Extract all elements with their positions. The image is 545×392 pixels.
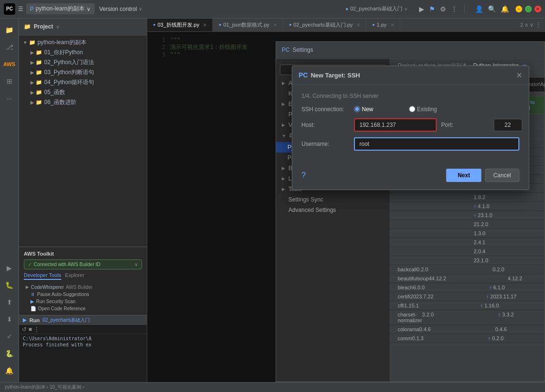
pkg-latest-10: 23.1.0 <box>474 258 545 263</box>
nav-expand-languages-icon: ▶ <box>282 176 285 181</box>
pkg-row-comm[interactable]: comm 0.1.3 ↑ 0.2.0 <box>390 334 545 343</box>
sidebar-icon-notifications[interactable]: 🔔 <box>2 363 17 378</box>
ssh-host-input[interactable] <box>390 118 437 132</box>
aws-item-codewhisperer[interactable]: ▶ CodeWhisperer AWS Builder <box>24 284 142 291</box>
console-toolbar: ↺ ■ ⋮ <box>19 325 147 334</box>
ssh-radio-existing[interactable]: Existing <box>409 106 457 113</box>
sidebar-icon-python[interactable]: 🐍 <box>2 346 17 361</box>
version-control[interactable]: Version control ∨ <box>99 6 142 12</box>
editor-tab-01[interactable]: ● 01_json数据格式.py ✕ <box>213 19 283 31</box>
pkg-row-backcall[interactable]: backcall 0.2.0 0.2.0 <box>390 265 545 274</box>
pkg-row-certifi[interactable]: certifi 2023.7.22 ↑ 2023.11.17 <box>390 292 545 301</box>
aws-item-pause[interactable]: ⏸ Pause Auto-Suggestions <box>24 291 142 298</box>
pkg-row-5[interactable]: ↑ 23.1.0 <box>390 211 545 220</box>
aws-tab-developer[interactable]: Developer Tools <box>24 272 61 280</box>
sidebar-icon-structure[interactable]: ⊞ <box>2 74 17 89</box>
sidebar-icon-more[interactable]: ··· <box>2 91 17 106</box>
ssh-port-label: Port: <box>441 122 489 128</box>
sidebar-icon-debug[interactable]: 🐛 <box>2 277 17 293</box>
minimize-button[interactable]: − <box>516 6 522 12</box>
project-panel-chevron-icon: ∨ <box>56 24 59 29</box>
sidebar-icon-run[interactable]: ▶ <box>2 260 17 276</box>
tab-01-close-icon[interactable]: ✕ <box>273 22 277 28</box>
editor-tab-03[interactable]: ● 03_折线图开发.py ✕ <box>147 19 213 31</box>
editor-tabs-bar: ● 02_pyecharts基础入门 ∨ <box>341 3 412 14</box>
ssh-radio-new[interactable]: New <box>390 106 402 113</box>
aws-item-reference[interactable]: 📄 Open Code Reference <box>24 305 142 312</box>
editor-tab-02b[interactable]: ● 02_pyecharts基础入门.py ✕ <box>283 19 366 31</box>
sidebar-icon-project[interactable]: 📁 <box>2 22 17 38</box>
tree-folder-05-icon: 📁 <box>36 89 42 96</box>
tree-item-03[interactable]: ▶ 📁 03_Python判断语句 <box>19 67 147 77</box>
settings-icon[interactable]: ⚙ <box>440 5 446 13</box>
aws-connected-badge[interactable]: ✓ Connected with AWS Builder ID ∨ <box>24 259 142 269</box>
pkg-row-bleach[interactable]: bleach 6.0.0 ↑ 6.1.0 <box>390 283 545 292</box>
ssh-next-button[interactable]: Next <box>446 169 481 182</box>
pkg-latest-6: 21.2.0 <box>474 221 545 227</box>
tab-03-close-icon[interactable]: ✕ <box>203 22 207 28</box>
tree-chevron-03-icon: ▶ <box>30 70 34 75</box>
editor-tab-1py[interactable]: ● 1.py ✕ <box>366 19 400 30</box>
ssh-cancel-button[interactable]: Cancel <box>485 169 519 182</box>
line-indicator: 2 ∧ ∨ <box>520 22 534 28</box>
run-tab-02[interactable]: ● 02_pyecharts基础入门 ∨ <box>341 3 412 14</box>
pkg-row-6[interactable]: 21.2.0 <box>390 220 545 229</box>
debug-icon[interactable]: ⚑ <box>429 5 435 13</box>
close-button[interactable]: ✕ <box>535 6 541 12</box>
pkg-row-cffi[interactable]: cffi 1.15.1 ↑ 1.16.0 <box>390 301 545 310</box>
pkg-row-8[interactable]: 2.4.1 <box>390 238 545 247</box>
pkg-row-4[interactable]: ↑ 4.1.0 <box>390 202 545 211</box>
user-icon[interactable]: 👤 <box>475 5 483 13</box>
tab-more-icon[interactable]: ⋮ <box>535 21 541 28</box>
tree-item-04[interactable]: ▶ 📁 04_Python循环语句 <box>19 77 147 87</box>
maximize-button[interactable]: □ <box>525 6 532 12</box>
pkg-row-colorama[interactable]: colorama 0.4.6 0.4.6 <box>390 325 545 334</box>
pkg-row-10[interactable]: 23.1.0 <box>390 256 545 265</box>
tab-02b-close-icon[interactable]: ✕ <box>356 22 360 28</box>
ssh-radio-group: New Existing <box>390 106 457 113</box>
tree-item-02[interactable]: ▶ 📁 02_Python入门语法 <box>19 57 147 67</box>
tree-root-label: python-learn的副本 <box>38 38 86 47</box>
pkg-row-9[interactable]: 2.0.4 <box>390 247 545 256</box>
editor-tab-bar: ● 03_折线图开发.py ✕ ● 01_json数据格式.py ✕ ● 02_… <box>147 19 545 32</box>
more-icon[interactable]: ⋮ <box>451 5 458 13</box>
settings-title: Settings <box>293 47 313 53</box>
sidebar-icon-terminal[interactable]: ⬇ <box>2 312 17 327</box>
tree-root[interactable]: ▼ 📁 python-learn的副本 <box>19 38 147 48</box>
sidebar-icon-commit[interactable]: ⎇ <box>2 39 17 55</box>
alerts-icon[interactable]: 🔔 <box>501 5 509 13</box>
hamburger-icon[interactable]: ☰ <box>18 6 23 12</box>
sidebar-icon-aws[interactable]: AWS <box>2 57 17 72</box>
ssh-step-label: 1/4. Connecting to SSH server <box>390 93 519 99</box>
pkg-name-bs4: beautifulsoup4 <box>398 276 432 281</box>
pkg-row-charset[interactable]: charset-normalizer 3.2.0 ↑ 3.3.2 <box>390 310 545 325</box>
nav-expand-vcs-icon: ▶ <box>282 123 285 127</box>
console-stop-icon[interactable]: ■ <box>29 326 32 333</box>
pkg-row-bs4[interactable]: beautifulsoup4 4.12.2 4.12.2 <box>390 274 545 283</box>
settings-nav-sync[interactable]: ▶ Settings Sync <box>276 194 390 205</box>
aws-tab-explorer[interactable]: Explorer <box>65 272 85 280</box>
ssh-close-button[interactable]: ✕ <box>516 71 522 80</box>
ssh-port-input[interactable] <box>494 119 522 131</box>
run-icon[interactable]: ▶ <box>419 5 424 13</box>
aws-connected-label: Connected with AWS Builder ID <box>34 262 100 267</box>
project-selector[interactable]: P python-learn的副本 ∨ <box>26 3 95 14</box>
console-more-icon[interactable]: ⋮ <box>34 326 39 333</box>
console-restart-icon[interactable]: ↺ <box>22 326 27 333</box>
aws-toolkit-title: AWS Toolkit <box>24 251 54 257</box>
aws-item-security[interactable]: ▶ Run Security Scan <box>24 298 142 305</box>
settings-nav-advanced[interactable]: ▶ Advanced Settings <box>276 205 390 215</box>
pkg-row-7[interactable]: 1.3.0 <box>390 229 545 238</box>
ssh-username-input[interactable] <box>390 137 519 151</box>
user-actions: 👤 🔍 🔔 <box>475 5 509 13</box>
tree-item-06[interactable]: ▶ 📁 06_函数进阶 <box>19 97 147 107</box>
pkg-ver-4 <box>398 203 474 209</box>
tree-item-05[interactable]: ▶ 📁 05_函数 <box>19 87 147 97</box>
tree-item-01[interactable]: ▶ 📁 01_你好Python <box>19 48 147 57</box>
project-folder-icon: 📁 <box>24 23 31 30</box>
pkg-row-3[interactable]: 1.8.2 <box>390 193 545 202</box>
sidebar-icon-todo[interactable]: ✓ <box>2 329 17 344</box>
sidebar-icon-git[interactable]: ⬆ <box>2 295 17 310</box>
search-icon[interactable]: 🔍 <box>488 5 496 13</box>
tab-1py-close-icon[interactable]: ✕ <box>391 22 394 28</box>
